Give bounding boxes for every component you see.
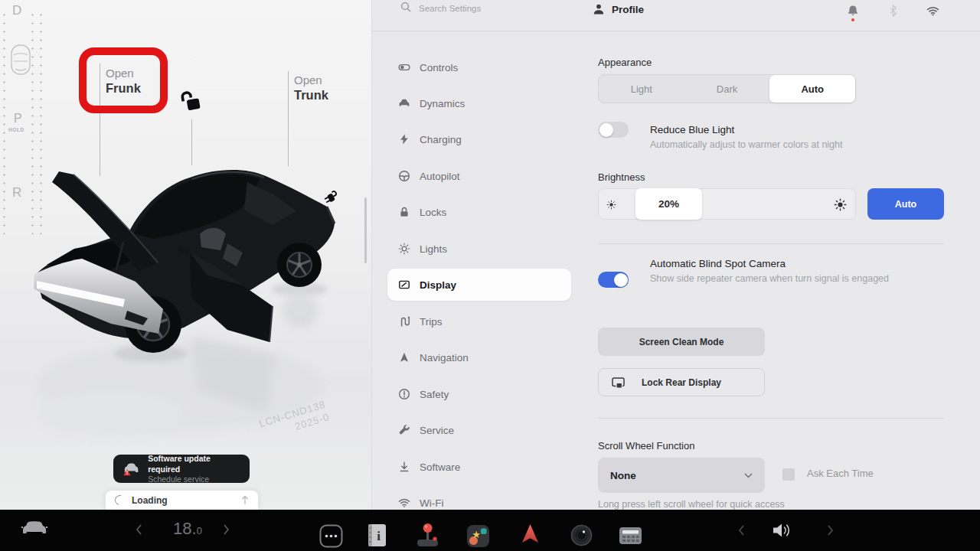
chevron-down-icon	[744, 473, 753, 478]
keyboard-calculator-icon[interactable]	[619, 527, 642, 545]
appearance-label: Appearance	[598, 57, 652, 68]
search-input[interactable]	[417, 0, 566, 16]
lock-icon	[398, 206, 410, 218]
loading-spinner-icon	[113, 494, 127, 507]
annotation-red-box	[79, 47, 168, 113]
settings-top-bar: Profile	[372, 0, 980, 31]
navigation-app-icon[interactable]	[520, 523, 541, 545]
appearance-segmented-control: Light Dark Auto	[598, 74, 856, 103]
cabin-temperature: 18.0	[157, 519, 218, 539]
brightness-high-icon	[834, 198, 847, 211]
divider	[598, 418, 944, 419]
sidebar-item-safety[interactable]: Safety	[387, 378, 571, 410]
charge-port-icon[interactable]	[324, 189, 341, 206]
loading-bar[interactable]: Loading	[106, 491, 258, 510]
ask-each-time-checkbox[interactable]	[782, 468, 795, 481]
blind-spot-camera-subtitle: Show side repeater camera when turn sign…	[650, 273, 889, 284]
wifi-icon	[398, 497, 410, 509]
search-icon	[400, 2, 412, 13]
open-trunk-label-2: Trunk	[294, 87, 328, 103]
reduce-blue-light-toggle[interactable]	[598, 122, 629, 138]
brightness-label: Brightness	[598, 171, 645, 183]
temp-decrease-chevron[interactable]	[135, 523, 142, 536]
unlocked-padlock-icon[interactable]	[176, 89, 202, 115]
profile-label: Profile	[612, 4, 644, 15]
alert-circle-icon	[398, 388, 410, 400]
gear-park[interactable]: P	[14, 112, 22, 126]
nav-arrow-icon	[398, 351, 410, 364]
rear-display-lock-icon	[611, 376, 626, 390]
sidebar-item-lights[interactable]: Lights	[387, 233, 571, 265]
sidebar-item-dynamics[interactable]: Dynamics	[387, 87, 571, 119]
lock-rear-display-button[interactable]: Lock Rear Display	[598, 368, 765, 396]
sidebar-item-charging[interactable]: Charging	[387, 123, 571, 155]
brightness-auto-button[interactable]: Auto	[867, 188, 944, 220]
taskbar: 18.0 i ★	[0, 510, 980, 551]
volume-down-chevron[interactable]	[737, 524, 745, 536]
volume-speaker-icon[interactable]	[772, 521, 793, 540]
left-panel-scrollbar[interactable]	[364, 197, 367, 263]
up-arrow-icon	[241, 495, 249, 505]
appearance-option-auto[interactable]: Auto	[769, 75, 855, 103]
sidebar-item-locks[interactable]: Locks	[387, 196, 571, 228]
sidebar-item-navigation[interactable]: Navigation	[387, 341, 571, 373]
sidebar-item-display[interactable]: Display	[387, 269, 571, 301]
car-topview-icon	[8, 43, 33, 77]
tesla-screen: D P HOLD R Open Frunk Open Trunk	[0, 0, 980, 551]
arcade-joystick-icon[interactable]	[414, 522, 441, 548]
vehicle-app-icon[interactable]	[20, 517, 49, 539]
display-icon	[398, 279, 410, 291]
car-warning-icon: !	[121, 460, 142, 478]
sidebar-item-service[interactable]: Service	[387, 414, 571, 446]
profile-icon	[593, 3, 605, 15]
controls-icon	[398, 61, 410, 73]
svg-text:!: !	[126, 470, 128, 475]
sidebar-item-software[interactable]: Software	[387, 451, 571, 483]
gear-drive[interactable]: D	[12, 3, 21, 18]
download-icon	[398, 461, 410, 473]
bluetooth-icon[interactable]	[887, 5, 899, 17]
settings-panel: Profile Controls Dynami	[371, 0, 980, 510]
toast-title: Software update required	[148, 453, 242, 474]
gear-park-hold: HOLD	[8, 127, 24, 132]
trunk-pointer-line	[288, 71, 289, 166]
wifi-icon[interactable]	[926, 5, 939, 16]
sidebar-item-controls[interactable]: Controls	[387, 51, 571, 83]
sun-icon	[398, 243, 410, 255]
owners-manual-icon[interactable]: i	[367, 523, 387, 547]
theater-shapes-icon[interactable]: ★	[466, 524, 490, 548]
dashcam-icon[interactable]	[570, 524, 593, 546]
svg-text:i: i	[377, 529, 381, 543]
scroll-wheel-value: None	[610, 470, 744, 481]
app-launcher-icon[interactable]	[319, 524, 343, 548]
temp-increase-chevron[interactable]	[223, 523, 230, 536]
blind-spot-camera-title: Automatic Blind Spot Camera	[650, 258, 786, 269]
car-status-panel: D P HOLD R Open Frunk Open Trunk	[0, 0, 371, 510]
brightness-thumb[interactable]: 20%	[635, 188, 702, 220]
reduce-blue-light-title: Reduce Blue Light	[650, 124, 734, 135]
ask-each-time-label: Ask Each Time	[807, 468, 874, 479]
divider	[598, 243, 944, 244]
appearance-option-light[interactable]: Light	[599, 75, 684, 103]
sidebar-item-autopilot[interactable]: Autopilot	[387, 160, 571, 192]
toast-subtitle: Schedule service	[148, 474, 242, 484]
screen-clean-mode-button[interactable]: Screen Clean Mode	[598, 328, 765, 356]
wrench-icon	[398, 424, 410, 436]
lightning-icon	[398, 133, 410, 145]
open-trunk-label-1: Open	[294, 73, 328, 87]
svg-text:★: ★	[472, 529, 481, 540]
notifications-bell-icon[interactable]	[847, 5, 859, 20]
sidebar-item-trips[interactable]: Trips	[387, 305, 571, 337]
appearance-option-dark[interactable]: Dark	[684, 75, 770, 103]
scroll-wheel-dropdown[interactable]: None	[598, 458, 765, 493]
open-trunk-button[interactable]: Open Trunk	[294, 73, 328, 103]
blind-spot-camera-toggle[interactable]	[598, 272, 629, 288]
notification-red-dot	[851, 18, 854, 21]
brightness-slider[interactable]: 20%	[598, 188, 856, 220]
profile-button[interactable]: Profile	[593, 3, 644, 15]
software-update-toast[interactable]: ! Software update required Schedule serv…	[113, 455, 250, 483]
lock-pointer-line	[191, 119, 192, 165]
volume-up-chevron[interactable]	[827, 524, 835, 536]
scroll-wheel-footer-note: Long press left scroll wheel for quick a…	[598, 499, 785, 510]
car-icon	[398, 97, 410, 109]
